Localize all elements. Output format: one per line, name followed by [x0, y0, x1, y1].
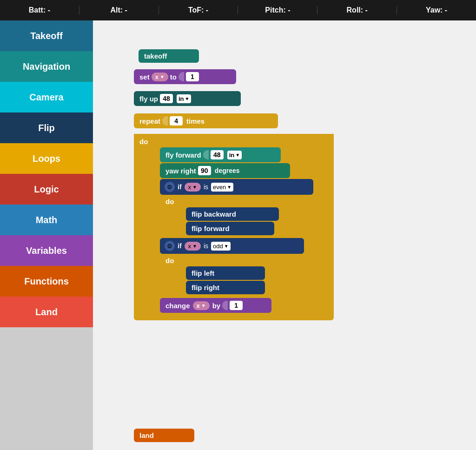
flip-backward-label: flip backward — [192, 210, 236, 218]
yaw-right-val[interactable]: 90 — [198, 166, 211, 175]
sidebar-spacer — [0, 327, 93, 450]
flip-right-block[interactable]: flip right — [186, 281, 265, 294]
sidebar-item-camera[interactable]: Camera — [0, 82, 93, 112]
gear-icon-2[interactable]: ⚙ — [165, 241, 175, 251]
change-block[interactable]: change x ▼ by 1 — [160, 298, 271, 313]
sidebar-item-navigation[interactable]: Navigation — [0, 51, 93, 82]
change-var-chip[interactable]: x ▼ — [193, 301, 210, 310]
if2-is-label: is — [204, 242, 208, 250]
sidebar-item-functions[interactable]: Functions — [0, 266, 93, 297]
gear-icon-1[interactable]: ⚙ — [165, 182, 175, 192]
change-by-label: by — [212, 302, 221, 310]
do3-label: do — [160, 255, 360, 266]
roll-display: Roll: - — [317, 6, 397, 14]
repeat-times-label: times — [186, 117, 205, 125]
set-label: set — [139, 73, 150, 81]
set-var-chip[interactable]: x ▼ — [152, 73, 168, 81]
set-block[interactable]: set x ▼ to 1 — [134, 69, 236, 84]
yaw-right-block[interactable]: yaw right 90 degrees — [160, 163, 290, 178]
sidebar-item-takeoff[interactable]: Takeoff — [0, 20, 93, 51]
sidebar-item-logic[interactable]: Logic — [0, 174, 93, 205]
repeat-val[interactable]: 4 — [170, 116, 183, 126]
flip-forward-label: flip forward — [192, 225, 230, 232]
if1-label: if — [178, 183, 182, 191]
sidebar: Takeoff Navigation Camera Flip Loops Log… — [0, 20, 93, 450]
sidebar-item-variables[interactable]: Variables — [0, 235, 93, 266]
fly-forward-label: fly forward — [165, 151, 201, 159]
yaw-right-unit: degrees — [215, 167, 240, 174]
header: Batt: - Alt: - ToF: - Pitch: - Roll: - Y… — [0, 0, 476, 20]
tof-display: ToF: - — [159, 6, 238, 14]
fly-forward-block[interactable]: fly forward 48 in ▼ — [160, 147, 281, 162]
if1-cond-dropdown[interactable]: even ▼ — [211, 183, 233, 192]
takeoff-block[interactable]: takeoff — [139, 49, 199, 63]
takeoff-label: takeoff — [144, 52, 167, 60]
flip-forward-block[interactable]: flip forward — [186, 222, 274, 235]
batt-display: Batt: - — [0, 6, 79, 14]
if2-label: if — [178, 242, 182, 250]
set-val-input[interactable]: 1 — [186, 72, 199, 81]
alt-display: Alt: - — [79, 6, 159, 14]
fly-up-unit[interactable]: in ▼ — [177, 94, 191, 103]
main-layout: Takeoff Navigation Camera Flip Loops Log… — [0, 20, 476, 450]
flip-left-label: flip left — [192, 269, 214, 277]
change-val-input[interactable]: 1 — [230, 301, 243, 310]
yaw-display: Yaw: - — [397, 6, 476, 14]
flip-backward-block[interactable]: flip backward — [186, 207, 279, 221]
sidebar-item-land[interactable]: Land — [0, 297, 93, 327]
yaw-right-label: yaw right — [165, 167, 196, 175]
change-label: change — [165, 302, 190, 310]
flip-right-label: flip right — [192, 284, 219, 291]
fly-forward-unit[interactable]: in ▼ — [227, 151, 242, 159]
set-to-label: to — [170, 73, 177, 81]
do1-label: do — [134, 134, 334, 147]
land-block[interactable]: land — [134, 429, 194, 442]
do2-label: do — [160, 196, 360, 207]
repeat-block[interactable]: repeat 4 times — [134, 113, 278, 128]
if2-var-chip[interactable]: x ▼ — [185, 242, 201, 251]
land-label: land — [139, 431, 154, 439]
repeat-label: repeat — [139, 117, 160, 125]
fly-forward-val[interactable]: 48 — [211, 150, 224, 159]
sidebar-item-flip[interactable]: Flip — [0, 112, 93, 143]
fly-up-val[interactable]: 48 — [160, 94, 173, 103]
if2-cond-dropdown[interactable]: odd ▼ — [211, 242, 231, 251]
if1-var-chip[interactable]: x ▼ — [185, 183, 201, 192]
flip-left-block[interactable]: flip left — [186, 266, 265, 280]
repeat-body: do fly forward 48 in ▼ yaw right 90 degr… — [134, 134, 334, 320]
pitch-display: Pitch: - — [238, 6, 317, 14]
if1-is-label: is — [204, 183, 208, 191]
block-canvas: takeoff set x ▼ to 1 fly up 48 in ▼ repe… — [93, 20, 476, 450]
fly-up-label: fly up — [139, 95, 158, 103]
if1-block[interactable]: ⚙ if x ▼ is even ▼ — [160, 179, 313, 195]
fly-up-block[interactable]: fly up 48 in ▼ — [134, 91, 241, 106]
if2-block[interactable]: ⚙ if x ▼ is odd ▼ — [160, 238, 304, 254]
sidebar-item-math[interactable]: Math — [0, 205, 93, 235]
sidebar-item-loops[interactable]: Loops — [0, 143, 93, 174]
